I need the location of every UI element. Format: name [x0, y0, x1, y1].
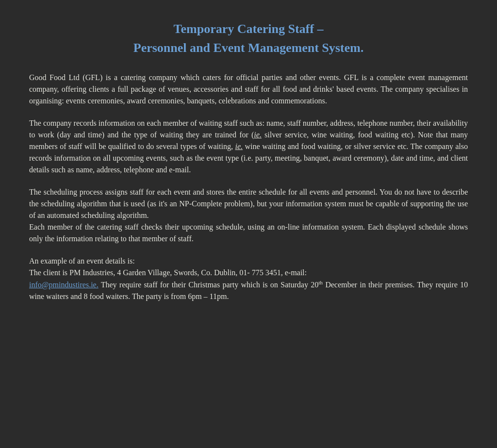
title-line2: Personnel and Event Management System. — [29, 38, 468, 57]
paragraph-3: The scheduling process assigns staff for… — [29, 186, 468, 245]
title-line1: Temporary Catering Staff – — [29, 19, 468, 38]
paragraph-3-text: The scheduling process assigns staff for… — [29, 186, 468, 245]
p5-line3: They require staff for their Christmas p… — [99, 281, 319, 289]
paragraph-5: An example of an event details is: The c… — [29, 255, 468, 302]
p5-line2: The client is PM Industries, 4 Garden Vi… — [29, 268, 307, 277]
p2-ie1: ie. — [254, 131, 262, 139]
content-area: Good Food Ltd (GFL) is a catering compan… — [29, 72, 468, 302]
p2-ie2: ie. — [235, 142, 243, 150]
email-link[interactable]: info@pmindustires.ie. — [29, 281, 99, 289]
paragraph-5-text: An example of an event details is: The c… — [29, 255, 468, 302]
p5-sup: th — [318, 280, 323, 285]
p5-line1: An example of an event details is: — [29, 257, 135, 265]
paragraph-1-text: Good Food Ltd (GFL) is a catering compan… — [29, 72, 468, 107]
paragraph-2: The company records information on each … — [29, 117, 468, 176]
page-title: Temporary Catering Staff – Personnel and… — [29, 15, 468, 57]
p4-text: Each member of the catering staff checks… — [29, 223, 468, 243]
paragraph-1: Good Food Ltd (GFL) is a catering compan… — [29, 72, 468, 107]
paragraph-2-text: The company records information on each … — [29, 117, 468, 176]
p3-text: The scheduling process assigns staff for… — [29, 188, 468, 219]
